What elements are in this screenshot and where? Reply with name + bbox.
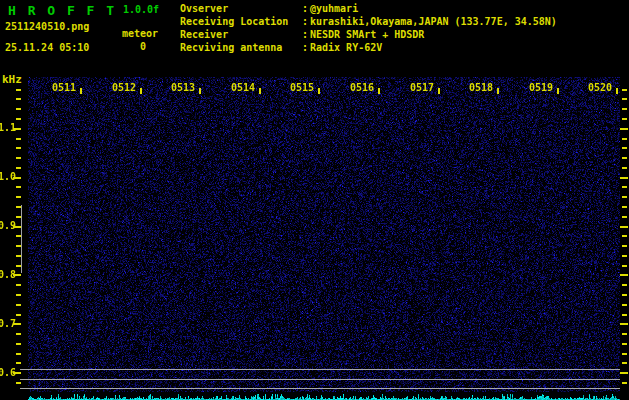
axis-tick xyxy=(622,314,627,316)
y-tick-label: 1.0 xyxy=(0,171,14,182)
axis-tick xyxy=(622,362,627,364)
left-marker-line xyxy=(21,205,22,273)
axis-tick xyxy=(622,235,627,237)
hrofft-window: { "colors": { "accent_green": "#00cc00",… xyxy=(0,0,629,400)
axis-tick xyxy=(16,167,21,169)
axis-tick xyxy=(16,138,21,140)
x-tick-label: 0519 xyxy=(529,82,553,93)
axis-tick xyxy=(622,304,627,306)
axis-tick xyxy=(199,88,201,94)
axis-tick xyxy=(16,314,21,316)
axis-tick xyxy=(80,88,82,94)
axis-tick xyxy=(620,274,628,276)
axis-tick xyxy=(557,88,559,94)
chart-area: kHz 0511 0512 0513 0514 0515 0516 0517 0… xyxy=(0,0,629,400)
axis-tick xyxy=(622,255,627,257)
axis-tick xyxy=(16,353,21,355)
axis-tick xyxy=(16,333,21,335)
axis-tick xyxy=(16,98,21,100)
axis-tick xyxy=(622,216,627,218)
carrier-line xyxy=(20,379,620,380)
axis-tick xyxy=(622,147,627,149)
x-tick-label: 0512 xyxy=(112,82,136,93)
axis-tick xyxy=(16,235,21,237)
axis-tick xyxy=(16,284,21,286)
x-tick-label: 0511 xyxy=(52,82,76,93)
axis-tick xyxy=(620,372,628,374)
axis-tick xyxy=(16,343,21,345)
x-tick-label: 0517 xyxy=(410,82,434,93)
x-tick-label: 0513 xyxy=(171,82,195,93)
axis-tick xyxy=(616,88,618,94)
axis-tick xyxy=(16,255,21,257)
axis-tick xyxy=(16,89,21,91)
axis-tick xyxy=(16,157,21,159)
axis-tick xyxy=(622,167,627,169)
axis-tick xyxy=(16,304,21,306)
y-tick-label: 0.7 xyxy=(0,318,14,329)
y-axis-unit-label: kHz xyxy=(2,74,22,85)
axis-tick xyxy=(622,343,627,345)
axis-tick xyxy=(620,226,628,228)
y-tick-label: 1.1 xyxy=(0,122,14,133)
axis-tick xyxy=(16,186,21,188)
axis-tick xyxy=(622,245,627,247)
axis-tick xyxy=(16,265,21,267)
axis-tick xyxy=(622,157,627,159)
axis-tick xyxy=(622,284,627,286)
y-tick-label: 0.6 xyxy=(0,367,14,378)
axis-tick xyxy=(378,88,380,94)
x-tick-label: 0515 xyxy=(290,82,314,93)
axis-tick xyxy=(622,196,627,198)
axis-tick xyxy=(16,294,21,296)
axis-tick xyxy=(620,323,628,325)
y-tick-label: 0.9 xyxy=(0,220,14,231)
x-tick-label: 0518 xyxy=(469,82,493,93)
axis-tick xyxy=(16,216,21,218)
axis-tick xyxy=(16,108,21,110)
x-tick-label: 0516 xyxy=(350,82,374,93)
axis-tick xyxy=(622,206,627,208)
axis-tick xyxy=(16,382,21,384)
axis-tick xyxy=(620,177,628,179)
x-tick-label: 0520 xyxy=(588,82,612,93)
axis-tick xyxy=(140,88,142,94)
axis-tick xyxy=(622,89,627,91)
axis-tick xyxy=(318,88,320,94)
axis-tick xyxy=(622,353,627,355)
y-tick-label: 0.8 xyxy=(0,269,14,280)
axis-tick xyxy=(622,186,627,188)
spectrogram-canvas xyxy=(28,77,620,400)
carrier-line xyxy=(20,369,620,370)
axis-tick xyxy=(622,382,627,384)
axis-tick xyxy=(622,265,627,267)
axis-tick xyxy=(16,245,21,247)
axis-tick xyxy=(438,88,440,94)
axis-tick xyxy=(622,294,627,296)
axis-tick xyxy=(622,118,627,120)
axis-tick xyxy=(622,333,627,335)
axis-tick xyxy=(16,118,21,120)
axis-tick xyxy=(622,108,627,110)
axis-tick xyxy=(16,362,21,364)
axis-tick xyxy=(259,88,261,94)
x-tick-label: 0514 xyxy=(231,82,255,93)
axis-tick xyxy=(16,206,21,208)
axis-tick xyxy=(16,147,21,149)
carrier-line xyxy=(20,388,620,389)
axis-tick xyxy=(622,98,627,100)
axis-tick xyxy=(620,128,628,130)
axis-tick xyxy=(16,196,21,198)
axis-tick xyxy=(622,138,627,140)
axis-tick xyxy=(497,88,499,94)
